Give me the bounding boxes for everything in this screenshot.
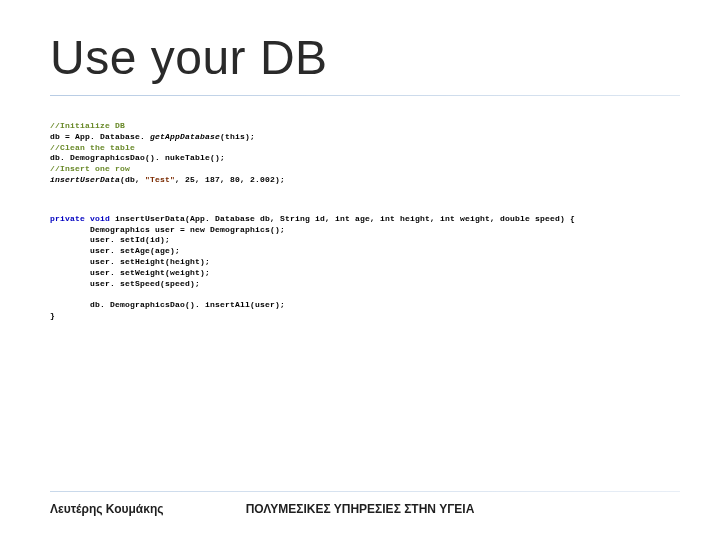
code-call: insertUserData [50,175,120,184]
code-line: user. setSpeed(speed); [50,279,200,288]
code-line: user. setAge(age); [50,246,180,255]
code-line: db. DemographicsDao(). insertAll(user); [50,300,285,309]
footer: Λευτέρης Κουμάκης ΠΟΛΥΜΕΣΙΚΕΣ ΥΠΗΡΕΣΙΕΣ … [50,502,670,516]
code-method: insertUserData [115,214,185,223]
code-comment: //Clean the table [50,143,135,152]
code-line: user. setHeight(height); [50,257,210,266]
footer-divider [50,491,680,492]
code-line: user. setWeight(weight); [50,268,210,277]
code-block-2: private void insertUserData(App. Databas… [50,214,670,322]
code-line: Demographics user = new Demographics(); [50,225,285,234]
code-comment: //Initialize DB [50,121,125,130]
code-line: } [50,311,55,320]
code-line: , 25, 187, 80, 2.002); [175,175,285,184]
code-italic: getAppDatabase [150,132,220,141]
code-keyword: private void [50,214,115,223]
code-comment: //Insert one row [50,164,130,173]
code-line: (this); [220,132,255,141]
code-line: (db, [120,175,145,184]
code-line: user. setId(id); [50,235,170,244]
footer-course: ΠΟΛΥΜΕΣΙΚΕΣ ΥΠΗΡΕΣΙΕΣ ΣΤΗΝ ΥΓΕΙΑ [246,502,475,516]
code-line: (App. Database db, String id, int age, i… [185,214,575,223]
code-block-1: //Initialize DB db = App. Database. getA… [50,121,670,186]
code-line: db = App. Database. [50,132,150,141]
slide-title: Use your DB [50,30,670,85]
code-line: db. DemographicsDao(). nukeTable(); [50,153,225,162]
title-underline [50,95,680,96]
code-string: "Test" [145,175,175,184]
slide: Use your DB //Initialize DB db = App. Da… [0,0,720,540]
footer-author: Λευτέρης Κουμάκης [50,502,163,516]
